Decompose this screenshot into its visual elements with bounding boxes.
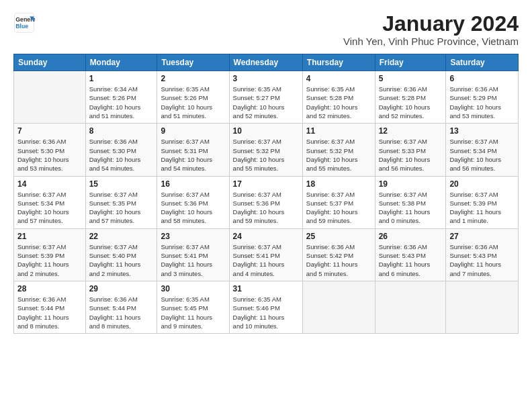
- calendar-cell: 4Sunrise: 6:35 AMSunset: 5:28 PMDaylight…: [302, 71, 375, 124]
- calendar-cell: 26Sunrise: 6:36 AMSunset: 5:43 PMDayligh…: [375, 228, 446, 281]
- day-info: Sunrise: 6:37 AMSunset: 5:34 PMDaylight:…: [449, 137, 515, 173]
- day-number: 15: [89, 179, 154, 189]
- calendar-cell: 24Sunrise: 6:37 AMSunset: 5:41 PMDayligh…: [229, 228, 302, 281]
- page: General Blue January 2024 Vinh Yen, Vinh…: [0, 0, 532, 411]
- col-monday: Monday: [85, 54, 157, 71]
- day-number: 31: [233, 284, 299, 293]
- day-info: Sunrise: 6:37 AMSunset: 5:39 PMDaylight:…: [449, 190, 515, 226]
- day-number: 17: [233, 179, 299, 189]
- day-info: Sunrise: 6:36 AMSunset: 5:44 PMDaylight:…: [89, 295, 154, 330]
- day-number: 22: [89, 232, 154, 241]
- header: General Blue January 2024 Vinh Yen, Vinh…: [13, 12, 519, 47]
- calendar-header-row: Sunday Monday Tuesday Wednesday Thursday…: [14, 54, 519, 71]
- calendar-cell: [302, 281, 375, 333]
- page-subtitle: Vinh Yen, Vinh Phuc Province, Vietnam: [343, 36, 519, 47]
- calendar-cell: 6Sunrise: 6:36 AMSunset: 5:29 PMDaylight…: [446, 71, 519, 124]
- day-number: 27: [449, 232, 515, 241]
- day-number: 1: [89, 74, 154, 83]
- calendar-cell: 18Sunrise: 6:37 AMSunset: 5:37 PMDayligh…: [302, 176, 375, 228]
- day-info: Sunrise: 6:37 AMSunset: 5:32 PMDaylight:…: [233, 137, 299, 173]
- day-info: Sunrise: 6:36 AMSunset: 5:30 PMDaylight:…: [17, 137, 82, 173]
- col-thursday: Thursday: [302, 54, 375, 71]
- day-info: Sunrise: 6:37 AMSunset: 5:33 PMDaylight:…: [379, 137, 443, 173]
- calendar-cell: 15Sunrise: 6:37 AMSunset: 5:35 PMDayligh…: [85, 176, 157, 228]
- day-info: Sunrise: 6:37 AMSunset: 5:32 PMDaylight:…: [306, 137, 371, 173]
- day-number: 24: [233, 232, 299, 241]
- calendar-week-4: 21Sunrise: 6:37 AMSunset: 5:39 PMDayligh…: [14, 228, 519, 281]
- day-info: Sunrise: 6:37 AMSunset: 5:38 PMDaylight:…: [379, 190, 443, 226]
- calendar-cell: 20Sunrise: 6:37 AMSunset: 5:39 PMDayligh…: [446, 176, 519, 228]
- day-number: 11: [306, 126, 371, 136]
- day-info: Sunrise: 6:37 AMSunset: 5:36 PMDaylight:…: [233, 190, 299, 226]
- logo-icon: General Blue: [13, 12, 35, 34]
- day-number: 5: [379, 74, 443, 83]
- calendar-week-1: 1Sunrise: 6:34 AMSunset: 5:26 PMDaylight…: [14, 71, 519, 124]
- calendar-cell: 21Sunrise: 6:37 AMSunset: 5:39 PMDayligh…: [14, 228, 86, 281]
- day-number: 12: [379, 126, 443, 136]
- calendar-cell: 1Sunrise: 6:34 AMSunset: 5:26 PMDaylight…: [85, 71, 157, 124]
- day-info: Sunrise: 6:35 AMSunset: 5:26 PMDaylight:…: [161, 85, 225, 120]
- day-number: 14: [17, 179, 82, 189]
- calendar-cell: 22Sunrise: 6:37 AMSunset: 5:40 PMDayligh…: [85, 228, 157, 281]
- calendar-cell: 13Sunrise: 6:37 AMSunset: 5:34 PMDayligh…: [446, 124, 519, 176]
- day-number: 23: [161, 232, 225, 241]
- day-number: 3: [233, 74, 299, 83]
- calendar-cell: 9Sunrise: 6:37 AMSunset: 5:31 PMDaylight…: [157, 124, 229, 176]
- day-number: 29: [89, 284, 154, 293]
- calendar-cell: 3Sunrise: 6:35 AMSunset: 5:27 PMDaylight…: [229, 71, 302, 124]
- day-info: Sunrise: 6:35 AMSunset: 5:27 PMDaylight:…: [233, 85, 299, 120]
- calendar-cell: 29Sunrise: 6:36 AMSunset: 5:44 PMDayligh…: [85, 281, 157, 333]
- day-number: 28: [17, 284, 82, 293]
- day-number: 21: [17, 232, 82, 241]
- day-info: Sunrise: 6:36 AMSunset: 5:43 PMDaylight:…: [449, 242, 515, 278]
- calendar-cell: 11Sunrise: 6:37 AMSunset: 5:32 PMDayligh…: [302, 124, 375, 176]
- calendar-cell: 27Sunrise: 6:36 AMSunset: 5:43 PMDayligh…: [446, 228, 519, 281]
- calendar-cell: [375, 281, 446, 333]
- day-number: 20: [449, 179, 515, 189]
- day-info: Sunrise: 6:37 AMSunset: 5:41 PMDaylight:…: [161, 242, 225, 278]
- calendar-cell: 31Sunrise: 6:35 AMSunset: 5:46 PMDayligh…: [229, 281, 302, 333]
- day-info: Sunrise: 6:35 AMSunset: 5:46 PMDaylight:…: [233, 295, 299, 330]
- calendar-cell: 16Sunrise: 6:37 AMSunset: 5:36 PMDayligh…: [157, 176, 229, 228]
- calendar-week-3: 14Sunrise: 6:37 AMSunset: 5:34 PMDayligh…: [14, 176, 519, 228]
- page-title: January 2024: [343, 12, 519, 36]
- calendar-cell: 30Sunrise: 6:35 AMSunset: 5:45 PMDayligh…: [157, 281, 229, 333]
- day-info: Sunrise: 6:37 AMSunset: 5:40 PMDaylight:…: [89, 242, 154, 278]
- day-info: Sunrise: 6:35 AMSunset: 5:28 PMDaylight:…: [306, 85, 371, 120]
- calendar-cell: 12Sunrise: 6:37 AMSunset: 5:33 PMDayligh…: [375, 124, 446, 176]
- calendar-week-5: 28Sunrise: 6:36 AMSunset: 5:44 PMDayligh…: [14, 281, 519, 333]
- day-info: Sunrise: 6:34 AMSunset: 5:26 PMDaylight:…: [89, 85, 154, 120]
- day-info: Sunrise: 6:36 AMSunset: 5:29 PMDaylight:…: [449, 85, 515, 120]
- day-info: Sunrise: 6:37 AMSunset: 5:36 PMDaylight:…: [161, 190, 225, 226]
- day-info: Sunrise: 6:37 AMSunset: 5:39 PMDaylight:…: [17, 242, 82, 278]
- col-sunday: Sunday: [14, 54, 86, 71]
- day-info: Sunrise: 6:37 AMSunset: 5:31 PMDaylight:…: [161, 137, 225, 173]
- calendar-cell: 17Sunrise: 6:37 AMSunset: 5:36 PMDayligh…: [229, 176, 302, 228]
- day-number: 8: [89, 126, 154, 136]
- day-info: Sunrise: 6:35 AMSunset: 5:45 PMDaylight:…: [161, 295, 225, 330]
- calendar-cell: [446, 281, 519, 333]
- day-info: Sunrise: 6:37 AMSunset: 5:34 PMDaylight:…: [17, 190, 82, 226]
- day-number: 4: [306, 74, 371, 83]
- day-number: 6: [449, 74, 515, 83]
- day-number: 30: [161, 284, 225, 293]
- day-number: 16: [161, 179, 225, 189]
- col-tuesday: Tuesday: [157, 54, 229, 71]
- day-number: 2: [161, 74, 225, 83]
- day-number: 9: [161, 126, 225, 136]
- day-info: Sunrise: 6:36 AMSunset: 5:28 PMDaylight:…: [379, 85, 443, 120]
- day-number: 13: [449, 126, 515, 136]
- day-number: 19: [379, 179, 443, 189]
- col-wednesday: Wednesday: [229, 54, 302, 71]
- day-number: 25: [306, 232, 371, 241]
- calendar-cell: 19Sunrise: 6:37 AMSunset: 5:38 PMDayligh…: [375, 176, 446, 228]
- day-number: 10: [233, 126, 299, 136]
- title-block: January 2024 Vinh Yen, Vinh Phuc Provinc…: [343, 12, 519, 47]
- calendar-cell: 14Sunrise: 6:37 AMSunset: 5:34 PMDayligh…: [14, 176, 86, 228]
- calendar-cell: [14, 71, 86, 124]
- logo: General Blue: [13, 12, 35, 34]
- calendar: Sunday Monday Tuesday Wednesday Thursday…: [13, 54, 519, 334]
- col-friday: Friday: [375, 54, 446, 71]
- calendar-cell: 10Sunrise: 6:37 AMSunset: 5:32 PMDayligh…: [229, 124, 302, 176]
- day-info: Sunrise: 6:37 AMSunset: 5:37 PMDaylight:…: [306, 190, 371, 226]
